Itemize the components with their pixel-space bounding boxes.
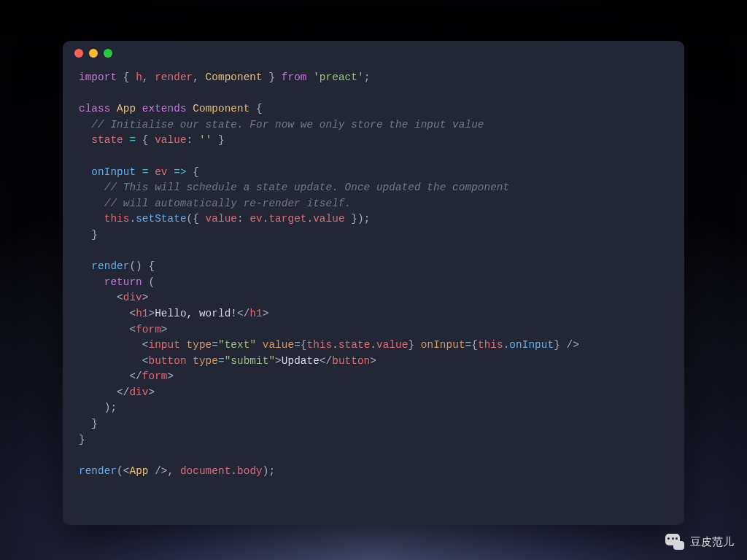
watermark-text: 豆皮范儿 xyxy=(690,535,734,549)
close-icon[interactable] xyxy=(74,49,83,58)
code-block: import { h, render, Component } from 'pr… xyxy=(63,66,684,495)
window-titlebar xyxy=(63,41,684,66)
comment: // Initialise our state. For now we only… xyxy=(91,119,484,131)
comment: // will automatically re-render itself. xyxy=(104,198,352,209)
comment: // This will schedule a state update. On… xyxy=(104,182,510,193)
wechat-icon xyxy=(665,534,684,550)
kw-import: import xyxy=(79,71,117,83)
watermark: 豆皮范儿 xyxy=(665,534,734,550)
zoom-icon[interactable] xyxy=(104,49,112,58)
code-editor-window: import { h, render, Component } from 'pr… xyxy=(63,41,684,525)
minimize-icon[interactable] xyxy=(89,49,98,58)
